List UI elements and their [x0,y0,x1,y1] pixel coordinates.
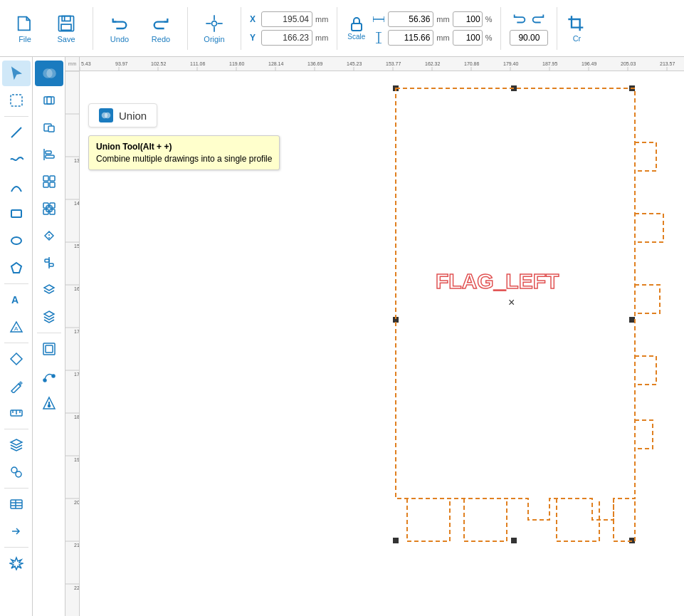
layer-tool[interactable] [2,432,31,458]
sidebar-divider6 [4,547,28,548]
union-tool-btn[interactable] [35,61,63,86]
triangle-text-tool[interactable]: A [2,314,31,340]
handle-bm[interactable] [511,538,517,543]
stack-tool-btn[interactable] [35,277,63,303]
xy-coords: X mm Y mm [250,11,328,46]
divider2 [187,7,188,50]
ruler-corner: mm [65,57,80,71]
wave-tool[interactable] [2,147,31,172]
table-tool[interactable] [2,491,31,517]
grid2-tool-btn[interactable] [35,196,63,221]
height-input[interactable] [388,30,433,46]
sidebar-divider1 [4,116,28,117]
svg-text:153.77: 153.77 [386,61,401,66]
divider1 [93,7,93,50]
frame-tool-btn[interactable] [35,336,63,362]
break-tool-btn[interactable] [35,390,63,416]
redo-button[interactable]: Redo [143,9,179,48]
stack2-tool[interactable] [2,459,31,485]
file-button[interactable]: File [7,9,43,48]
svg-rect-47 [43,182,48,187]
svg-text:179.40: 179.40 [503,61,519,66]
edit-tool[interactable] [2,373,31,399]
svg-rect-38 [44,97,51,104]
path-tool-btn[interactable] [35,363,63,389]
stack2-tool-btn[interactable] [35,304,63,330]
rect-tool[interactable] [2,201,31,226]
h-pct: % [485,33,493,42]
rotate-input[interactable] [510,30,548,46]
rotate-right-button[interactable] [530,11,546,28]
undo-button[interactable]: Undo [102,9,137,48]
svg-marker-57 [44,285,54,291]
main-area: A A [0,57,684,616]
svg-rect-32 [11,500,22,508]
save-label: Save [57,35,75,43]
combine-tool-btn[interactable] [35,223,63,249]
svg-point-65 [48,405,50,407]
intersect-tool-btn[interactable] [35,88,63,113]
v-ruler-svg: 128.1 136.69 145.23 153.77 162.32 170.86… [65,71,79,616]
line-tool[interactable] [2,120,31,145]
rotate-left-button[interactable] [512,11,527,28]
scale-label: Scale [347,33,365,41]
svg-line-17 [11,127,21,137]
explode-tool[interactable] [2,550,31,576]
svg-text:119.60: 119.60 [229,61,245,66]
oval-tool[interactable] [2,228,31,254]
svg-text:93.97: 93.97 [115,61,128,66]
divider4 [337,7,337,50]
crop-button[interactable]: Cr [566,14,587,43]
handle-mr[interactable] [629,317,635,323]
save-button[interactable]: Save [48,9,84,48]
svg-point-37 [47,69,56,78]
union-button[interactable]: Union [88,103,157,127]
width-input[interactable] [388,11,433,27]
marquee-tool[interactable] [2,88,31,113]
center-marker-svg: × [508,296,515,308]
height-icon [372,32,385,43]
x-input[interactable] [261,11,312,27]
tooltip-desc: Combine multiple drawings into a single … [96,154,272,164]
svg-text:170.86: 170.86 [74,329,79,334]
svg-text:153.77: 153.77 [74,244,79,249]
file-label: File [19,35,31,43]
select-tool[interactable] [2,61,31,86]
poly-tool[interactable] [2,255,31,281]
diamond-tool[interactable] [2,346,31,372]
y-input[interactable] [261,30,312,46]
svg-rect-41 [48,126,54,132]
subtract-tool-btn[interactable] [35,115,63,140]
scale-lock-icon[interactable]: Scale [347,16,365,41]
canvas[interactable]: Union Union Tool(Alt + +) Combine multip… [80,71,684,616]
arrow-tool[interactable] [2,518,31,544]
svg-text:111.06: 111.06 [190,61,206,66]
arc-tool[interactable] [2,174,31,199]
x-label: X [250,14,258,24]
measure-tool[interactable] [2,400,31,426]
h-ruler-svg: 5.43 93.97 102.52 111.06 119.60 128.14 1… [80,57,684,71]
align-left-tool-btn[interactable] [35,142,63,167]
sidebar-divider2 [4,283,28,284]
union-icon [99,108,113,122]
svg-rect-46 [50,176,55,181]
svg-point-61 [43,379,46,382]
w-pct: % [485,15,493,24]
h-unit: mm [436,33,449,42]
canvas-wrap[interactable]: mm 5.43 93.97 102.52 111.06 119.60 128.1… [65,57,684,616]
svg-marker-24 [11,353,22,365]
handle-bl[interactable] [393,538,399,543]
text-tool[interactable]: A [2,287,31,313]
svg-text:205.03: 205.03 [621,61,636,66]
height-pct-input[interactable] [453,30,483,46]
sidebar2-divider [37,333,61,333]
svg-text:128.14: 128.14 [268,61,284,66]
grid-tool-btn[interactable] [35,169,63,194]
rotate-group [510,11,548,46]
y-label: Y [250,33,258,43]
origin-button[interactable]: Origin [196,9,232,48]
sidebar-col1: A A [0,57,33,616]
align-tool-btn[interactable] [35,250,63,276]
width-pct-input[interactable] [453,11,483,27]
svg-text:170.86: 170.86 [464,61,480,66]
